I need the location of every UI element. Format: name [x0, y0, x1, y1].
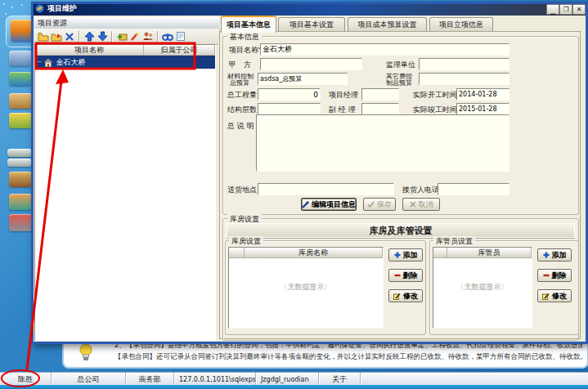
warehouse-name-column[interactable]: 库房名称 — [245, 248, 383, 257]
tree-column-project-name[interactable]: 项目名称 — [35, 45, 144, 55]
delivery-place-input[interactable] — [258, 183, 394, 195]
delivery-place-label: 送货地点 — [227, 185, 257, 195]
minimize-button[interactable]: ▁ — [546, 4, 559, 15]
project-house-icon — [43, 58, 53, 67]
structure-floors-input[interactable] — [258, 103, 321, 115]
keeper-list-header: 库管员 — [433, 248, 532, 258]
edit-project-button[interactable]: 编辑项目信息 — [301, 198, 357, 211]
statusbar-about[interactable]: 关于 — [319, 373, 361, 386]
cancel-button-label: 取消 — [419, 199, 433, 210]
dialog-titlebar[interactable]: 项目维护 — [31, 2, 588, 16]
eraser-pen-icon[interactable] — [128, 30, 141, 43]
delete-icon[interactable] — [63, 30, 76, 43]
tree-column-company[interactable]: 归属于公司 — [144, 45, 215, 55]
maximize-button[interactable]: ❐ — [559, 4, 572, 15]
warehouse-add-button[interactable]: 添加 — [388, 248, 423, 262]
keeper-remove-minus-icon — [543, 272, 550, 279]
box-module-icon[interactable] — [9, 93, 32, 109]
server-list-icon-2[interactable] — [7, 159, 32, 167]
tree-row-selected[interactable]: ─ 金石大桥 — [35, 56, 215, 69]
actual-start-date-input[interactable] — [456, 88, 509, 101]
cards-coins-module-icon[interactable] — [9, 172, 32, 187]
statusbar-database: Jzgdgl_ruodian — [256, 373, 319, 386]
deputy-manager-input[interactable] — [361, 103, 399, 115]
dialog-title: 项目维护 — [47, 3, 77, 14]
bottom-blue-strip — [0, 385, 588, 389]
general-notes-label: 总 说 明 — [227, 121, 254, 132]
assign-icon[interactable] — [115, 30, 128, 43]
party-a-input[interactable] — [260, 58, 362, 70]
receiver-phone-input[interactable] — [438, 183, 509, 195]
project-manager-input[interactable] — [361, 88, 399, 101]
keeper-add-label: 添加 — [552, 250, 567, 261]
light-bulb-icon — [78, 343, 94, 363]
warehouse-remove-button[interactable]: 删除 — [388, 269, 423, 282]
move-up-icon[interactable] — [83, 30, 96, 43]
keeper-remove-label: 删除 — [552, 271, 567, 281]
keeper-remove-button[interactable]: 删除 — [537, 269, 572, 282]
statusbar-company: 总公司 — [52, 373, 126, 386]
toolbox-module-icon[interactable] — [9, 214, 32, 231]
tab-project-approval-info[interactable]: 项目立项信息 — [429, 17, 493, 32]
other-fee-budget-input[interactable] — [419, 73, 509, 85]
server-list-icon[interactable] — [7, 149, 32, 157]
actual-start-date-label: 实际开工时间 — [413, 90, 457, 101]
search-binoculars-icon[interactable] — [161, 30, 174, 43]
left-panel-header: 项目资源 — [34, 17, 219, 29]
move-down-icon[interactable] — [96, 30, 109, 43]
project-manager-label: 项目经理 — [329, 90, 358, 101]
warehouse-section-title: 库房及库管设置 — [227, 223, 575, 238]
worker-module-icon[interactable] — [11, 20, 33, 42]
structure-floors-label: 结构层数 — [227, 105, 257, 115]
keeper-modify-label: 修改 — [552, 291, 567, 302]
folder-edit-icon[interactable] — [50, 30, 63, 43]
modify-pencil-icon — [393, 293, 401, 300]
left-panel-title: 项目资源 — [38, 18, 67, 29]
keeper-modify-button[interactable]: 修改 — [537, 289, 572, 302]
warehouse-remove-label: 删除 — [403, 271, 418, 281]
people-module-icon[interactable] — [9, 194, 32, 210]
keeper-add-plus-icon — [543, 252, 550, 258]
open-folder-icon[interactable] — [37, 30, 50, 43]
add-plus-icon — [394, 252, 401, 258]
project-tree: 项目名称 归属于公司 ─ 金石大桥 — [34, 44, 216, 341]
save-button[interactable]: 保存 — [363, 198, 396, 211]
cancel-x-icon — [410, 201, 416, 208]
money-module-icon[interactable] — [9, 113, 32, 128]
desktop-dots-pattern — [3, 3, 5, 5]
user-assign-icon[interactable] — [141, 30, 155, 43]
other-fee-budget-label-2: 制总预算 — [386, 78, 412, 87]
machine-module-icon[interactable] — [9, 51, 32, 66]
tab-project-cost-budget-settings[interactable]: 项目成本预算设置 — [348, 17, 427, 32]
material-budget-input[interactable] — [258, 73, 348, 85]
basic-info-legend: 基本信息 — [227, 32, 262, 42]
total-quantity-label: 总工程量 — [227, 90, 257, 101]
warehouse-add-label: 添加 — [403, 250, 418, 261]
materials-module-icon[interactable] — [9, 72, 32, 86]
keeper-column[interactable]: 库管员 — [447, 248, 532, 257]
project-name-input[interactable] — [260, 43, 509, 56]
tree-connector: ─ — [37, 58, 41, 66]
tab-project-basic-info[interactable]: 项目基本信息 — [221, 16, 276, 33]
warehouse-modify-button[interactable]: 修改 — [388, 289, 423, 302]
warehouse-list[interactable]: 库房名称 〈无数据显示〉 — [228, 247, 384, 329]
statusbar-server: 127.0.0.1,1011\sqlexps — [174, 373, 256, 386]
total-quantity-input[interactable] — [258, 88, 321, 101]
general-notes-textarea[interactable] — [256, 114, 509, 172]
edit-pen-icon — [302, 201, 309, 208]
remove-minus-icon — [394, 272, 401, 279]
app-icon — [35, 4, 44, 13]
edit-project-button-label: 编辑项目信息 — [312, 199, 356, 210]
tab-project-basic-settings[interactable]: 项目基本设置 — [278, 17, 345, 32]
actual-finish-date-input[interactable] — [456, 103, 509, 115]
supervision-unit-input[interactable] — [419, 58, 509, 70]
report-icon[interactable] — [174, 30, 187, 43]
cancel-button[interactable]: 取消 — [402, 198, 440, 211]
close-button[interactable]: ✕ — [572, 4, 586, 15]
statusbar-user: 陈胜 — [0, 373, 52, 386]
keeper-list[interactable]: 库管员 〈无数据显示〉 — [433, 247, 532, 329]
warehouse-list-header: 库房名称 — [229, 248, 383, 258]
keeper-add-button[interactable]: 添加 — [537, 248, 572, 262]
keeper-modify-pencil-icon — [542, 293, 550, 300]
tip-line-2: 【承包合同】还可记录从合同签订到决算到最终审计等各项金额的变化，并以之计算实时反… — [114, 352, 582, 362]
